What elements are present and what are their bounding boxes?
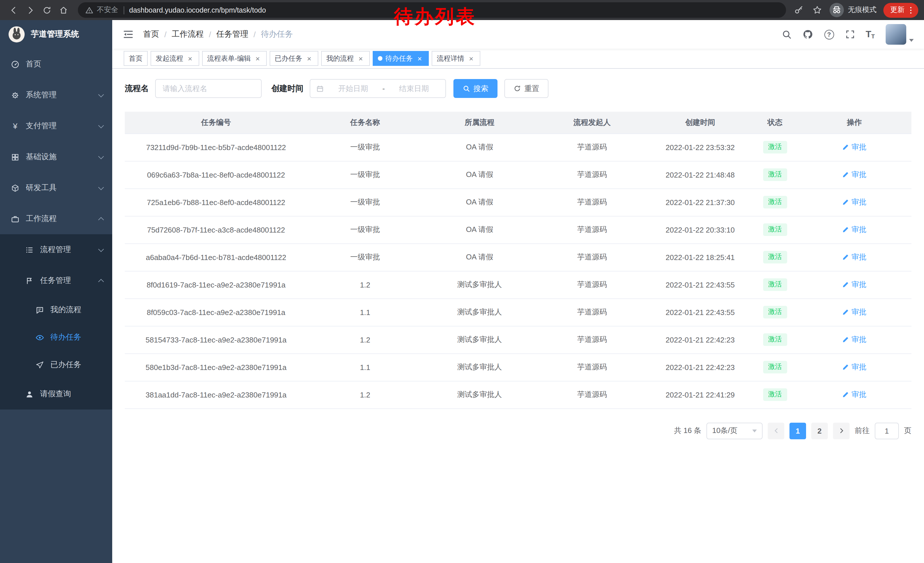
action-cell: 审批 [797, 188, 911, 216]
starter-cell: 芋道源码 [536, 243, 648, 271]
approve-button[interactable]: 审批 [842, 307, 867, 317]
forward-button[interactable] [22, 2, 38, 18]
close-icon[interactable]: × [357, 54, 364, 62]
close-icon[interactable]: × [305, 54, 313, 62]
sidebar-item-infra[interactable]: 基础设施 [0, 141, 112, 173]
approve-button[interactable]: 审批 [842, 170, 867, 180]
approve-button[interactable]: 审批 [842, 279, 867, 290]
sidebar-item-done-task[interactable]: 已办任务 [0, 351, 112, 378]
paper-plane-icon [36, 360, 44, 369]
password-key-button[interactable] [793, 4, 804, 16]
bookmark-star-button[interactable] [811, 4, 823, 16]
briefcase-icon [11, 215, 20, 223]
tab-process-detail[interactable]: 流程详情 × [432, 51, 480, 66]
font-size-button[interactable]: T T [866, 29, 875, 39]
sidebar-item-label: 任务管理 [40, 275, 71, 286]
edit-icon [842, 254, 849, 261]
user-icon [25, 390, 34, 398]
tab-done-task[interactable]: 已办任务 × [270, 51, 318, 66]
back-button[interactable] [6, 2, 21, 18]
tab-todo-task[interactable]: 待办任务 × [373, 51, 429, 66]
process-cell: 测试多审批人 [423, 353, 536, 381]
task-name-cell: 1.2 [308, 271, 423, 299]
sidebar-item-task-mgmt[interactable]: 任务管理 [0, 265, 112, 296]
table-row: 381aa1dd-7ac8-11ec-a9e2-a2380e71991a 1.2… [125, 381, 911, 408]
approve-button[interactable]: 审批 [842, 252, 867, 262]
page-size-select[interactable]: 10条/页 [706, 422, 762, 439]
breadcrumb-home[interactable]: 首页 [143, 29, 159, 39]
process-cell: OA 请假 [423, 188, 536, 216]
total-count: 共 16 条 [674, 426, 701, 436]
goto-page-input[interactable] [875, 422, 899, 439]
calendar-icon [316, 84, 324, 93]
tab-my-process[interactable]: 我的流程 × [321, 51, 370, 66]
close-icon[interactable]: × [186, 54, 194, 62]
next-page-button[interactable] [833, 422, 850, 439]
tab-form-edit[interactable]: 流程表单-编辑 × [202, 51, 267, 66]
task-name-cell: 1.1 [308, 299, 423, 326]
sidebar-item-home[interactable]: 首页 [0, 49, 112, 80]
breadcrumb-task-mgmt[interactable]: 任务管理 [216, 29, 249, 39]
status-cell: 激活 [753, 243, 798, 271]
date-range-picker[interactable]: 开始日期 - 结束日期 [310, 79, 446, 98]
github-link[interactable] [802, 29, 813, 40]
sidebar-item-label: 流程管理 [40, 245, 71, 255]
sidebar-toggle-button[interactable] [123, 29, 134, 40]
avatar[interactable] [886, 24, 906, 45]
fullscreen-button[interactable] [844, 29, 856, 40]
table-body: 73211d9d-7b9b-11ec-b5b7-acde48001122 一级审… [125, 134, 911, 408]
browser-update-button[interactable]: 更新 [884, 3, 918, 18]
chevron-down-icon [98, 122, 104, 128]
process-cell: OA 请假 [423, 216, 536, 243]
approve-button[interactable]: 审批 [842, 335, 867, 345]
search-button[interactable]: 搜索 [453, 79, 498, 98]
approve-button[interactable]: 审批 [842, 142, 867, 152]
header-search-button[interactable] [781, 29, 792, 40]
tab-start-process[interactable]: 发起流程 × [151, 51, 199, 66]
sidebar-item-todo-task[interactable]: 待办任务 [0, 324, 112, 351]
process-cell: OA 请假 [423, 134, 536, 161]
page-button-2[interactable]: 2 [811, 422, 828, 439]
chevron-left-icon [772, 427, 780, 434]
help-button[interactable]: ? [823, 29, 835, 40]
page-content: 流程名 创建时间 开始日期 - 结束日期 搜索 重 [112, 69, 924, 563]
task-id-cell: 75d72608-7b7f-11ec-a3c8-acde48001122 [125, 216, 308, 243]
tab-home[interactable]: 首页 [124, 51, 148, 66]
sidebar-item-workflow[interactable]: 工作流程 [0, 203, 112, 234]
update-label: 更新 [890, 5, 904, 15]
breadcrumb-workflow[interactable]: 工作流程 [172, 29, 204, 39]
starter-cell: 芋道源码 [536, 353, 648, 381]
refresh-icon [513, 85, 521, 92]
status-cell: 激活 [753, 353, 798, 381]
sidebar-item-devtools[interactable]: 研发工具 [0, 173, 112, 203]
sidebar-item-leave-query[interactable]: 请假查询 [0, 378, 112, 410]
approve-button[interactable]: 审批 [842, 362, 867, 372]
approve-button[interactable]: 审批 [842, 389, 867, 400]
page-button-1[interactable]: 1 [789, 422, 806, 439]
task-id-cell: 73211d9d-7b9b-11ec-b5b7-acde48001122 [125, 134, 308, 161]
close-icon[interactable]: × [467, 54, 475, 62]
approve-button[interactable]: 审批 [842, 225, 867, 235]
close-icon[interactable]: × [416, 54, 424, 62]
approve-button[interactable]: 审批 [842, 197, 867, 207]
user-menu[interactable] [886, 24, 914, 45]
security-status[interactable]: 不安全 [85, 5, 118, 15]
sidebar-item-system[interactable]: 系统管理 [0, 80, 112, 111]
edit-icon [842, 281, 849, 288]
refresh-button[interactable] [39, 2, 54, 18]
sidebar: 芋道管理系统 首页 系统管理 ¥ 支付管理 [0, 20, 112, 563]
sidebar-item-my-process[interactable]: 我的流程 [0, 296, 112, 324]
table-header: 任务编号 任务名称 所属流程 流程发起人 创建时间 状态 操作 [125, 112, 911, 134]
create-time-cell: 2022-01-21 22:43:55 [648, 299, 752, 326]
sidebar-item-process-mgmt[interactable]: 流程管理 [0, 234, 112, 265]
sidebar-item-payment[interactable]: ¥ 支付管理 [0, 111, 112, 141]
prev-page-button[interactable] [768, 422, 784, 439]
app-logo[interactable]: 芋道管理系统 [0, 20, 112, 49]
edit-icon [842, 199, 849, 206]
home-button[interactable] [56, 2, 71, 18]
process-name-input[interactable] [155, 79, 262, 98]
incognito-badge[interactable]: 无痕模式 [830, 3, 876, 17]
warning-icon [85, 6, 93, 14]
reset-button[interactable]: 重置 [504, 79, 549, 98]
close-icon[interactable]: × [254, 54, 262, 62]
